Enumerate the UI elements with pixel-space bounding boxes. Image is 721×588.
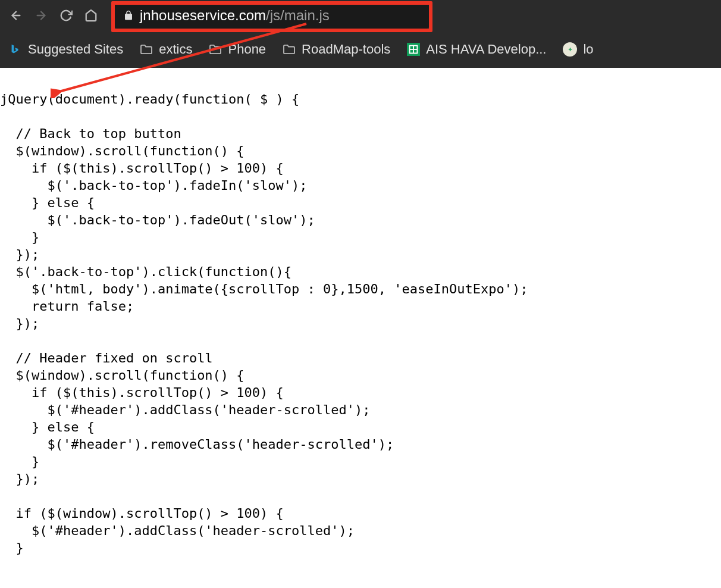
bookmark-label: RoadMap-tools xyxy=(302,42,390,57)
bookmarks-bar: Suggested Sites extics Phone RoadMap-too… xyxy=(0,31,721,68)
address-bar-wrapper: jnhouseservice.com/js/main.js xyxy=(115,2,429,29)
bookmark-ais-hava[interactable]: AIS HAVA Develop... xyxy=(407,42,546,57)
browser-toolbar: jnhouseservice.com/js/main.js xyxy=(0,0,721,31)
bing-icon xyxy=(9,43,22,56)
bookmark-extics[interactable]: extics xyxy=(140,42,192,57)
url-text: jnhouseservice.com/js/main.js xyxy=(140,7,330,24)
folder-icon xyxy=(140,44,153,55)
address-bar[interactable]: jnhouseservice.com/js/main.js xyxy=(115,2,429,29)
sheets-icon xyxy=(407,43,420,56)
home-button[interactable] xyxy=(84,8,98,23)
bookmark-lo[interactable]: ✦ lo xyxy=(563,42,593,57)
page-content: jQuery(document).ready(function( $ ) { /… xyxy=(0,68,721,556)
bookmark-phone[interactable]: Phone xyxy=(209,42,266,57)
bookmark-label: extics xyxy=(159,42,192,57)
bookmark-label: Phone xyxy=(228,42,266,57)
bookmark-label: lo xyxy=(583,42,593,57)
bookmark-label: Suggested Sites xyxy=(28,42,123,57)
folder-icon xyxy=(209,44,222,55)
back-button[interactable] xyxy=(9,8,23,23)
site-icon: ✦ xyxy=(563,42,577,57)
lock-icon xyxy=(123,10,134,21)
bookmark-suggested-sites[interactable]: Suggested Sites xyxy=(9,42,123,57)
bookmark-label: AIS HAVA Develop... xyxy=(426,42,546,57)
source-code[interactable]: jQuery(document).ready(function( $ ) { /… xyxy=(0,90,721,556)
reload-button[interactable] xyxy=(59,8,73,23)
bookmark-roadmap-tools[interactable]: RoadMap-tools xyxy=(283,42,390,57)
forward-button[interactable] xyxy=(34,8,48,23)
folder-icon xyxy=(283,44,296,55)
